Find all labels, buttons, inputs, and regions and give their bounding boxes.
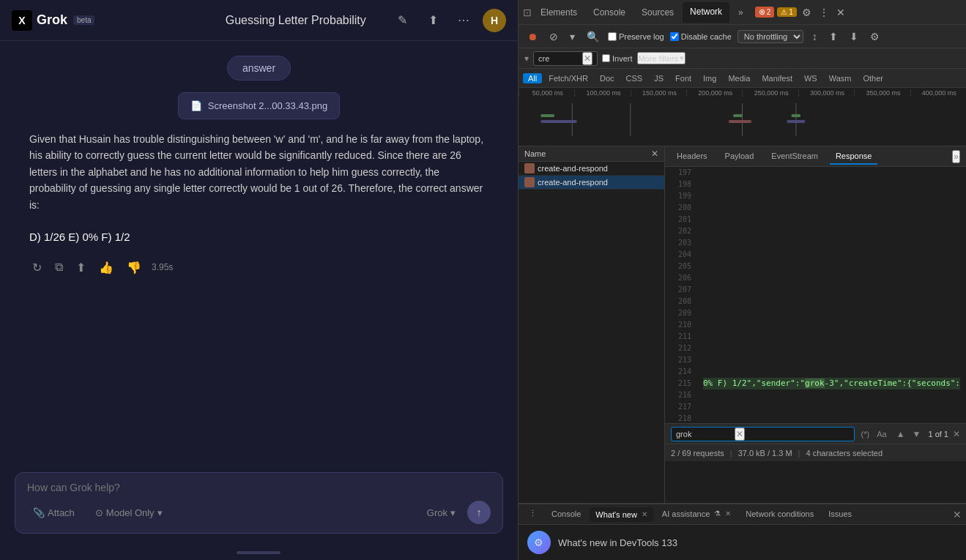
model-selector[interactable]: ⊙ Model Only ▾ (89, 504, 168, 521)
error-icon: ⊗ (759, 7, 765, 17)
share-button[interactable]: ⬆ (421, 9, 445, 32)
tl-200k: 200,000 ms (686, 89, 742, 97)
type-btn-ws[interactable]: WS (799, 73, 822, 83)
preserve-log-checkbox[interactable]: Preserve log (608, 32, 664, 41)
drawer-more-options[interactable]: ⋮ (523, 506, 543, 523)
search-case-button[interactable]: Aa (874, 429, 888, 439)
settings-network-button[interactable]: ⚙ (867, 29, 883, 44)
close-response-button[interactable]: ✕ (651, 149, 658, 159)
invert-checkbox[interactable]: Invert (602, 54, 633, 63)
clear-button[interactable]: ⊘ (546, 29, 561, 44)
search-close-button[interactable]: ✕ (953, 429, 960, 439)
resp-line-199 (703, 190, 960, 202)
tab-elements[interactable]: Elements (533, 3, 584, 22)
settings-gear-button[interactable]: ⚙ (800, 4, 814, 20)
search-network-button[interactable]: 🔍 (584, 29, 602, 44)
type-btn-fetch[interactable]: Fetch/XHR (543, 73, 593, 83)
screenshot-pill: 📄 Screenshot 2...00.33.43.png (178, 92, 340, 119)
resp-line-215: 0% F) 1/2","sender":"grok-3","createTime… (703, 378, 960, 389)
more-filters-label: More filters (639, 54, 678, 63)
type-btn-media[interactable]: Media (723, 73, 755, 83)
type-btn-doc[interactable]: Doc (595, 73, 620, 83)
send-button[interactable]: ↑ (467, 501, 491, 524)
search-input[interactable] (676, 430, 735, 438)
share-response-button[interactable]: ⬆ (73, 258, 89, 277)
row-1-label: create-and-respond (538, 164, 608, 173)
tl-150k: 150,000 ms (631, 89, 686, 97)
edit-button[interactable]: ✎ (390, 9, 414, 32)
network-row-2[interactable]: create-and-respond (519, 176, 664, 190)
copy-button[interactable]: ⧉ (52, 258, 66, 277)
record-button[interactable]: ⏺ (524, 29, 540, 44)
network-table-header: Name ✕ (519, 146, 664, 162)
whats-new-close-icon[interactable]: ✕ (642, 510, 647, 518)
invert-input[interactable] (602, 54, 610, 62)
ln-210: 210 (665, 319, 691, 331)
avatar[interactable]: H (483, 9, 506, 32)
more-options-button[interactable]: ⋮ (817, 4, 831, 20)
tab-network[interactable]: Network (683, 2, 729, 23)
ln-209: 209 (665, 307, 691, 319)
type-btn-css[interactable]: CSS (621, 73, 648, 83)
search-next-button[interactable]: ▼ (910, 428, 924, 441)
search-regex-button[interactable]: (*) (859, 429, 872, 439)
regenerate-button[interactable]: ↻ (29, 258, 45, 277)
network-toolbar: ⏺ ⊘ ▾ 🔍 Preserve log Disable cache No th… (519, 25, 966, 48)
tab-payload[interactable]: Payload (719, 149, 760, 165)
expand-response-button[interactable]: » (952, 150, 960, 163)
row-1-name: create-and-respond (524, 163, 664, 173)
import-button[interactable]: ⬇ (847, 29, 861, 44)
network-main: Name ✕ create-and-respond create-and-res… (519, 146, 966, 503)
close-devtools-button[interactable]: ✕ (834, 4, 847, 20)
filter-input[interactable] (538, 54, 582, 63)
resp-line-210 (703, 319, 960, 331)
filter-clear-button[interactable]: ✕ (582, 52, 592, 65)
type-btn-font[interactable]: Font (670, 73, 696, 83)
chat-input[interactable] (27, 482, 491, 493)
tab-eventstream[interactable]: EventStream (765, 149, 824, 165)
ai-label: AI assistance (662, 509, 710, 518)
drawer-tab-network-conditions[interactable]: Network conditions (740, 507, 820, 523)
drawer-tab-issues[interactable]: Issues (822, 507, 858, 523)
throttle-select[interactable]: No throttling (737, 30, 803, 43)
ln-211: 211 (665, 331, 691, 343)
tab-headers[interactable]: Headers (671, 149, 713, 165)
network-conditions-button[interactable]: ↕ (809, 29, 820, 44)
thumbs-down-button[interactable]: 👎 (124, 258, 144, 277)
drawer-tab-console[interactable]: Console (546, 507, 587, 523)
network-row-1[interactable]: create-and-respond (519, 162, 664, 176)
export-button[interactable]: ⬆ (826, 29, 841, 44)
preserve-log-input[interactable] (608, 32, 617, 41)
settings-button[interactable]: ⋯ (452, 9, 475, 32)
ln-202: 202 (665, 225, 691, 237)
ai-close-icon[interactable]: ✕ (725, 509, 731, 518)
name-column-header[interactable]: Name (524, 149, 546, 158)
drawer-close-button[interactable]: ✕ (953, 509, 962, 520)
tab-more[interactable]: » (731, 3, 751, 22)
type-btn-other[interactable]: Other (858, 73, 888, 83)
search-clear-button[interactable]: ✕ (735, 428, 745, 441)
tab-console[interactable]: Console (586, 3, 633, 22)
thumbs-up-button[interactable]: 👍 (96, 258, 116, 277)
type-btn-all[interactable]: All (523, 73, 542, 83)
search-prev-button[interactable]: ▲ (893, 428, 908, 441)
resp-line-217 (703, 401, 960, 413)
more-filters-button[interactable]: More filters ▾ (637, 52, 686, 64)
drawer-tab-ai[interactable]: AI assistance ⚗ ✕ (656, 507, 737, 523)
ln-212: 212 (665, 343, 691, 354)
warn-icon: ⚠ (781, 8, 787, 16)
disable-cache-checkbox[interactable]: Disable cache (670, 32, 732, 41)
attach-button[interactable]: 📎 Attach (27, 504, 81, 521)
grok-selector[interactable]: Grok ▾ (421, 504, 461, 521)
response-text: Given that Husain has trouble distinguis… (29, 131, 488, 213)
filter-icon-button[interactable]: ▾ (567, 29, 578, 44)
drawer-tab-whats-new[interactable]: What's new ✕ (590, 507, 653, 522)
type-btn-img[interactable]: Img (698, 73, 721, 83)
disable-cache-input[interactable] (670, 32, 679, 41)
type-btn-wasm[interactable]: Wasm (824, 73, 857, 83)
chat-body: answer 📄 Screenshot 2...00.33.43.png Giv… (0, 41, 518, 463)
tab-response[interactable]: Response (830, 149, 878, 165)
tab-sources[interactable]: Sources (634, 3, 681, 22)
type-btn-manifest[interactable]: Manifest (757, 73, 798, 83)
type-btn-js[interactable]: JS (649, 73, 669, 83)
